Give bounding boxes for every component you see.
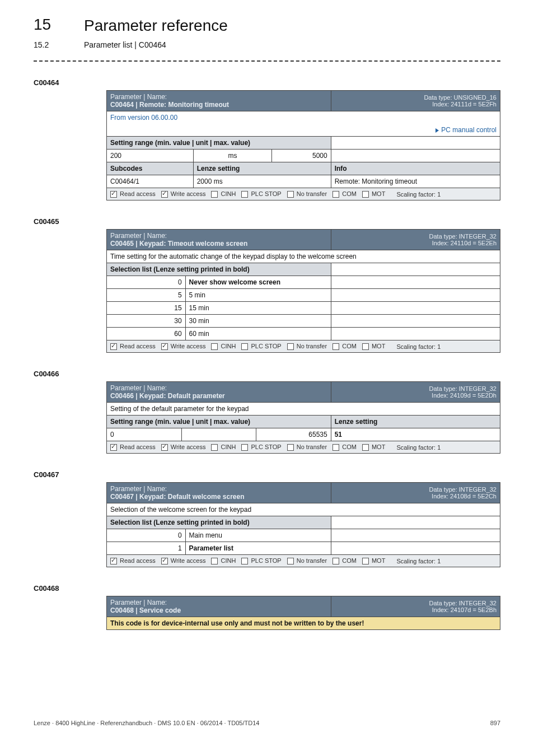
hdr-ref: C00465 | [110,240,138,248]
checkbox-icon [241,191,248,198]
hdr-paramname: Parameter | Name: [110,599,167,606]
hdr-datatype: Data type: UNSIGNED_16 Index: 24111d = 5… [331,91,500,111]
list-item-empty [331,289,500,302]
block-label-c00468: C00468 [34,584,500,592]
access-label: Write access [169,557,206,564]
table-c00468: Parameter | Name: C00468 | Service code … [106,596,500,630]
selection-list-hdr: Selection list (Lenze setting printed in… [107,263,331,276]
checkbox-icon [287,558,294,564]
access-label: MOT [370,190,386,197]
checkbox-icon [241,444,248,451]
subcode-setting: 2000 ms [193,175,331,188]
access-label: MOT [370,343,386,349]
checkbox-icon [161,191,168,198]
scaling-label: Scaling factor: 1 [396,444,441,451]
access-label: COM [340,343,357,349]
table-c00465: Parameter | Name: C00465 | Keypad: Timeo… [106,229,500,353]
checkbox-icon [362,558,369,564]
access-label: Read access [118,190,156,197]
access-label: No transfer [295,557,327,564]
checkbox-icon [161,444,168,451]
checkbox-icon [161,343,168,350]
footer-page-number: 897 [490,720,500,726]
list-item-empty [331,328,500,340]
checkbox-icon [211,444,218,451]
access-label: PLC STOP [249,557,281,564]
list-item-text: Parameter list [185,542,331,555]
checkbox-icon [110,191,117,198]
desc: Setting of the default parameter for the… [107,403,500,416]
checkbox-icon [362,191,369,198]
range-unit: ms [193,150,272,162]
checkbox-icon [211,343,218,350]
hdr-title-text: Keypad: Default parameter [139,392,225,400]
access-label: No transfer [295,343,327,349]
access-label: No transfer [295,444,327,450]
access-label: COM [340,444,357,450]
access-row: Read access Write access CINH PLC STOP N… [107,188,500,200]
checkbox-icon [241,558,248,564]
section-title: Parameter list | C00464 [84,40,166,49]
list-item-empty [331,529,500,542]
range-max: 65535 [256,428,331,441]
checkbox-icon [110,444,117,451]
access-label: CINH [219,557,236,564]
list-item-value: 5 [107,289,186,302]
checkbox-icon [332,444,339,451]
pc-manual-link[interactable]: PC manual control [441,126,496,134]
checkbox-icon [241,343,248,350]
access-label: MOT [370,444,386,450]
lenze-setting-hdr: Lenze setting [331,416,500,428]
hdr-paramname: Parameter | Name: [110,485,167,493]
access-label: CINH [219,343,236,349]
block-label-c00464: C00464 [34,78,500,87]
access-label: Read access [118,444,156,450]
hdr-datatype: Data type: INTEGER_32 Index: 24107d = 5E… [331,596,500,617]
list-item-text: 5 min [185,289,331,302]
hdr-title-text: Keypad: Default welcome screen [139,493,244,501]
checkbox-icon [287,191,294,198]
access-label: MOT [370,557,386,564]
version-link[interactable]: From version 06.00.00 [110,114,177,122]
checkbox-icon [161,558,168,564]
checkbox-icon [332,558,339,564]
footer-left: Lenze · 8400 HighLine · Referenzhandbuch… [34,720,259,726]
access-label: Read access [118,557,156,564]
list-item-value: 0 [107,529,186,542]
list-item-text: 30 min [185,315,331,328]
hdr-datatype: Data type: INTEGER_32 Index: 24109d = 5E… [331,382,500,403]
list-item-empty [331,542,500,555]
hdr-paramname: Parameter | Name: [110,93,167,101]
checkbox-icon [211,558,218,564]
checkbox-icon [110,558,117,564]
hdr-paramname: Parameter | Name: [110,232,167,240]
desc: Selection of the welcome screen for the … [107,503,500,516]
access-label: PLC STOP [249,343,281,349]
range-max: 5000 [272,150,331,162]
hdr-title-text: Service code [139,606,181,614]
warning-text: This code is for device-internal use onl… [107,617,500,630]
list-item-text: 15 min [185,302,331,315]
list-item-text: Main menu [185,529,331,542]
hdr-ref: C00468 | [110,606,138,614]
checkbox-icon [287,343,294,350]
access-label: CINH [219,444,236,450]
access-label: COM [340,557,357,564]
list-item-value: 15 [107,302,186,315]
hdr-paramname: Parameter | Name: [110,384,167,392]
access-label: No transfer [295,190,327,197]
checkbox-icon [287,444,294,451]
range-min: 200 [107,150,194,162]
scaling-label: Scaling factor: 1 [396,343,441,350]
checkbox-icon [362,343,369,350]
desc: Time setting for the automatic change of… [107,250,500,263]
triangle-icon [435,128,439,133]
access-row: Read access Write access CINH PLC STOP N… [107,441,500,454]
table-c00467: Parameter | Name: C00467 | Keypad: Defau… [106,482,500,567]
list-item-value: 0 [107,276,186,289]
checkbox-icon [332,343,339,350]
chapter-number: 15 [34,17,84,32]
subcodes-hdr: Subcodes [107,162,194,175]
hdr-title-text: Remote: Monitoring timeout [139,101,229,109]
range-min: 0 [107,428,182,441]
